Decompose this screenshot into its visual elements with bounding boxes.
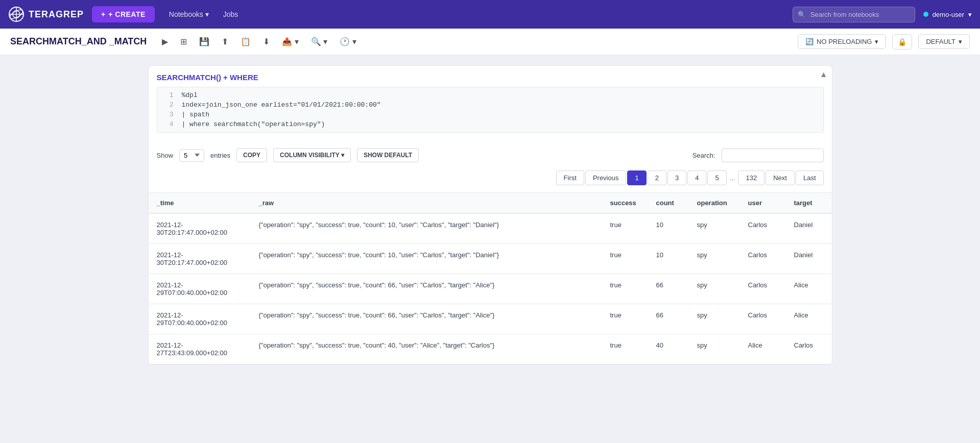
cell-user-3: Carlos	[740, 304, 786, 334]
logo-text: TERAGREP	[29, 9, 84, 20]
cell-raw-0: {"operation": "spy", "success": true, "c…	[251, 213, 602, 244]
zoom-button[interactable]: 🔍 ▾	[308, 34, 330, 50]
cell-success-1: true	[602, 244, 648, 274]
cell-raw-1: {"operation": "spy", "success": true, "c…	[251, 244, 602, 274]
table-row: 2021-12-29T07:00:40.000+02:00 {"operatio…	[149, 274, 832, 304]
cell-time-4: 2021-12-27T23:43:09.000+02:00	[149, 334, 251, 364]
jobs-label: Jobs	[223, 10, 238, 18]
save-button[interactable]: 💾	[196, 34, 212, 50]
toolbar: SEARCHMATCH_AND _MATCH ▶ ⊞ 💾 ⬆ 📋 ⬇ 📤 ▾ 🔍…	[0, 29, 980, 55]
schedule-button[interactable]: 🕐 ▾	[337, 34, 359, 50]
cell-time-1: 2021-12-30T20:17:47.000+02:00	[149, 244, 251, 274]
code-text-2: index=join_json_one earliest="01/01/2021…	[182, 101, 381, 109]
main-card: ▲ SEARCHMATCH() + WHERE 1 %dpl 2 index=j…	[148, 65, 832, 365]
table-header-row: _time _raw success count operation user …	[149, 193, 832, 214]
search-input[interactable]	[793, 7, 915, 22]
page-1-button[interactable]: 1	[627, 170, 646, 185]
previous-page-button[interactable]: Previous	[585, 170, 627, 185]
user-area[interactable]: demo-user ▾	[923, 11, 972, 18]
user-chevron-icon: ▾	[968, 11, 972, 18]
cell-target-1: Daniel	[786, 244, 832, 274]
user-status-dot	[923, 12, 928, 17]
entries-select[interactable]: 5 10 25 50	[179, 149, 204, 162]
copy-action-button[interactable]: COPY	[236, 148, 267, 162]
lock-button[interactable]: 🔒	[892, 34, 912, 50]
page-2-button[interactable]: 2	[648, 170, 666, 185]
cell-operation-1: spy	[689, 244, 740, 274]
notebooks-chevron-icon: ▾	[205, 10, 209, 18]
code-text-4: | where searchmatch("operation=spy")	[182, 120, 325, 128]
column-visibility-button[interactable]: COLUMN VISIBILITY ▾	[273, 148, 351, 162]
cell-count-2: 66	[648, 274, 689, 304]
default-chevron-icon: ▾	[959, 38, 962, 45]
cell-user-2: Carlos	[740, 274, 786, 304]
table-row: 2021-12-30T20:17:47.000+02:00 {"operatio…	[149, 244, 832, 274]
page-5-button[interactable]: 5	[707, 170, 726, 185]
share-chevron: ▾	[295, 37, 299, 46]
run-button[interactable]: ▶	[159, 34, 171, 50]
next-page-button[interactable]: Next	[766, 170, 795, 185]
line-num-1: 1	[163, 91, 174, 99]
no-preloading-button[interactable]: 🔄 NO PRELOADING ▾	[798, 34, 886, 49]
main-content: ▲ SEARCHMATCH() + WHERE 1 %dpl 2 index=j…	[138, 55, 843, 375]
cell-success-0: true	[602, 213, 648, 244]
logo-icon	[8, 6, 25, 22]
cell-operation-2: spy	[689, 274, 740, 304]
create-button[interactable]: + + CREATE	[92, 6, 155, 22]
cell-time-3: 2021-12-29T07:00:40.000+02:00	[149, 304, 251, 334]
data-table: _time _raw success count operation user …	[149, 192, 832, 364]
cell-user-1: Carlos	[740, 244, 786, 274]
notebooks-label: Notebooks	[169, 10, 203, 18]
copy-button[interactable]: 📋	[237, 34, 254, 50]
default-label: DEFAULT	[926, 38, 955, 45]
page-last-num-button[interactable]: 132	[738, 170, 764, 185]
code-line-1: 1 %dpl	[157, 87, 823, 100]
col-header-count: count	[648, 193, 689, 214]
table-row: 2021-12-30T20:17:47.000+02:00 {"operatio…	[149, 213, 832, 244]
cell-count-1: 10	[648, 244, 689, 274]
cell-target-3: Alice	[786, 304, 832, 334]
code-text-3: | spath	[182, 111, 210, 118]
last-page-button[interactable]: Last	[796, 170, 824, 185]
default-button[interactable]: DEFAULT ▾	[918, 34, 970, 49]
cell-success-4: true	[602, 334, 648, 364]
logo: TERAGREP	[8, 6, 84, 22]
cell-target-2: Alice	[786, 274, 832, 304]
grid-button[interactable]: ⊞	[177, 34, 190, 50]
search-label: Search:	[692, 152, 715, 159]
entries-label: entries	[210, 152, 230, 159]
code-line-3: 3 | spath	[157, 110, 823, 119]
cell-time-2: 2021-12-29T07:00:40.000+02:00	[149, 274, 251, 304]
upload-button[interactable]: ⬆	[219, 34, 231, 50]
cell-target-0: Daniel	[786, 213, 832, 244]
col-header-raw: _raw	[251, 193, 602, 214]
show-default-button[interactable]: SHOW DEFAULT	[357, 148, 419, 162]
cell-count-3: 66	[648, 304, 689, 334]
cell-target-4: Carlos	[786, 334, 832, 364]
column-visibility-label: COLUMN VISIBILITY	[280, 152, 339, 159]
notebooks-nav-link[interactable]: Notebooks ▾	[163, 7, 215, 21]
page-dots: ...	[728, 171, 737, 185]
scroll-up-button[interactable]: ▲	[820, 70, 828, 79]
jobs-nav-link[interactable]: Jobs	[217, 7, 245, 21]
table-search-input[interactable]	[722, 149, 824, 162]
page-4-button[interactable]: 4	[687, 170, 706, 185]
clock-icon: 🕐	[340, 37, 350, 46]
download-button[interactable]: ⬇	[260, 34, 273, 50]
page-3-button[interactable]: 3	[667, 170, 686, 185]
line-num-2: 2	[163, 101, 174, 109]
col-header-operation: operation	[689, 193, 740, 214]
cell-success-2: true	[602, 274, 648, 304]
cell-raw-3: {"operation": "spy", "success": true, "c…	[251, 304, 602, 334]
cell-raw-4: {"operation": "spy", "success": true, "c…	[251, 334, 602, 364]
controls-bar: Show 5 10 25 50 entries COPY COLUMN VISI…	[149, 141, 832, 167]
preloading-chevron-icon: ▾	[875, 38, 878, 45]
code-text-1: %dpl	[182, 91, 198, 99]
first-page-button[interactable]: First	[556, 170, 584, 185]
zoom-icon: 🔍	[311, 37, 321, 46]
plus-icon: +	[101, 10, 105, 18]
column-visibility-chevron-icon: ▾	[341, 152, 344, 159]
share-button[interactable]: 📤 ▾	[279, 34, 301, 50]
cell-user-0: Carlos	[740, 213, 786, 244]
create-label: + CREATE	[108, 10, 146, 18]
